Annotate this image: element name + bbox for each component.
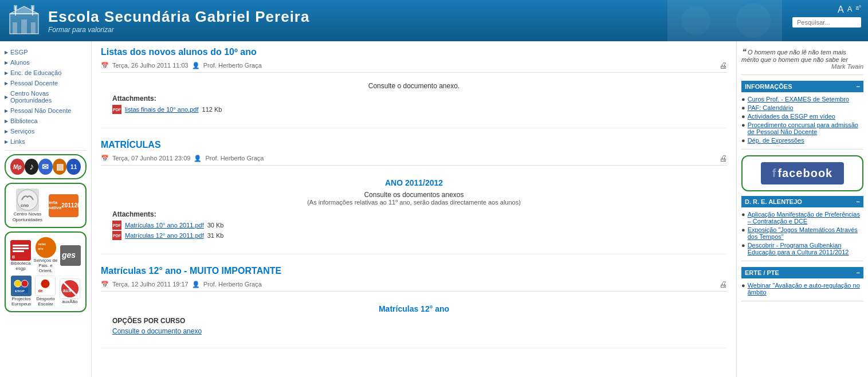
article-2-body-note: (As informações relativas ao 11º ano, se… (112, 199, 716, 206)
pdf-icon-1: PDF (112, 105, 121, 114)
sidebar-item-enc-educacao[interactable]: Enc. de Educação (5, 68, 87, 78)
info-link-5[interactable]: Dép. de Expressões (748, 137, 804, 144)
dre-link-2[interactable]: Exposição "Jogos Matemáticos Através dos… (748, 226, 863, 240)
font-small-btn[interactable]: a° (855, 5, 861, 15)
article-3-title[interactable]: Matrículas 12° ano - MUITO IMPORTANTE (101, 266, 727, 276)
logo-biblioteca[interactable]: B Bibliotecaesgp (10, 240, 31, 271)
sidebar-item-alunos[interactable]: Alunos (5, 57, 87, 68)
article-1-date: Terça, 26 Julho 2011 11:03 (112, 62, 188, 69)
attachment-1-name[interactable]: listas finais de 10° ano.pdf (125, 106, 199, 113)
icon-mp[interactable]: Mp (10, 159, 25, 175)
logos-row-1: cno Centro NovasOportunidades ofertaform… (10, 188, 81, 222)
sidebar-item-links[interactable]: Links (5, 136, 87, 147)
bullet-4: ● (741, 121, 745, 128)
erte-link-1[interactable]: Webinar "Avaliação e auto-regulação no â… (748, 282, 863, 296)
article-2-attachment-2[interactable]: PDF Matrículas 12° ano 2011.pdf 31 Kb (112, 231, 716, 240)
school-name: Escola Secundária Gabriel Pereira (48, 8, 309, 26)
article-1-title[interactable]: Listas dos novos alunos do 10º ano (101, 47, 727, 57)
dre-bullet-2: ● (741, 226, 745, 233)
header-right: A A a° (792, 5, 861, 28)
article-2-title[interactable]: MATRÍCULAS (101, 140, 727, 150)
article-1-attachment-1[interactable]: PDF listas finais de 10° ano.pdf 112 Kb (112, 105, 716, 114)
user-icon-1: 👤 (192, 62, 200, 69)
logos-row-3: ESGP ProjectosEuropeus de DesportoEscola… (10, 276, 81, 307)
search-input[interactable] (792, 17, 861, 28)
logo-cno[interactable]: cno Centro NovasOportunidades (13, 188, 42, 222)
section-erte-collapse[interactable]: − (857, 269, 860, 276)
info-link-3[interactable]: Actividades da ESGP em vídeo (748, 113, 835, 120)
article-2-body-text: Consulte os documentos anexos (112, 191, 716, 199)
sidebar-item-pessoal-docente[interactable]: Pessoal Docente (5, 78, 87, 88)
info-link-1[interactable]: Curos Prof. - EXAMES de Setembro (748, 96, 849, 103)
quote-author: Mark Twain (741, 63, 863, 70)
svg-text:de: de (38, 289, 43, 293)
logo-ges[interactable]: ges (60, 245, 81, 266)
icon-music[interactable]: ♪ (25, 159, 39, 175)
logo-desporto[interactable]: de DesportoEscolar (35, 276, 56, 307)
sidebar-item-centro-novas[interactable]: Centro Novas Oportunidades (5, 88, 87, 105)
print-icon-2[interactable]: 🖨 (719, 154, 727, 163)
section-dre-collapse[interactable]: − (857, 198, 860, 205)
quote-icon: ❝ (741, 47, 746, 56)
attachment-3-name[interactable]: Matrículas 12° ano 2011.pdf (125, 232, 204, 239)
bullet-1: ● (741, 96, 745, 103)
article-3-subtitle: Matrículas 12° ano (112, 304, 716, 313)
article-1-author: Prof. Herberto Graça (203, 62, 262, 69)
svg-text:B: B (12, 255, 15, 259)
logo-projectos[interactable]: ESGP ProjectosEuropeus (11, 276, 32, 307)
attachment-2-size: 30 Kb (207, 222, 224, 229)
facebook-button[interactable]: ffacebook (761, 162, 844, 184)
attachment-2-name[interactable]: Matrículas 10° ano 2011.pdf (125, 222, 204, 229)
logos-row-2: B Bibliotecaesgp relat orio Serviços deP… (10, 237, 81, 273)
sidebar-item-esgp[interactable]: ESGP (5, 47, 87, 57)
sidebar-item-servicos[interactable]: Serviços (5, 126, 87, 136)
school-motto: Formar para valorizar (48, 26, 309, 34)
article-3-body: Matrículas 12° ano OPÇÕES POR CURSO Cons… (101, 296, 727, 340)
icon-grid[interactable]: ▤ (53, 159, 67, 175)
article-3-subtitle2: OPÇÕES POR CURSO (112, 317, 716, 325)
svg-point-11 (736, 3, 771, 38)
print-icon-3[interactable]: 🖨 (719, 280, 727, 289)
svg-text:cno: cno (21, 203, 29, 208)
sidebar-item-pessoal-nao-docente[interactable]: Pessoal Não Docente (5, 105, 87, 116)
user-icon-3: 👤 (192, 281, 200, 288)
sidebar-item-biblioteca[interactable]: Biblioteca (5, 116, 87, 126)
article-2-subtitle: ANO 2011/2012 (112, 178, 716, 187)
pdf-icon-2: PDF (112, 221, 121, 230)
logo-oferta-formativa[interactable]: ofertaformativa20112012 (49, 194, 78, 217)
article-2-author: Prof. Herberto Graça (205, 155, 264, 162)
logos-bottom-section: B Bibliotecaesgp relat orio Serviços deP… (5, 231, 87, 312)
attachment-3-size: 31 Kb (207, 232, 224, 239)
erte-item-1: ● Webinar "Avaliação e auto-regulação no… (741, 282, 863, 296)
info-link-2[interactable]: PAF: Calendário (748, 104, 794, 111)
article-1-body-text: Consulte o documento anexo. (112, 82, 716, 90)
logo-servicos[interactable]: relat orio Serviços dePais. e Orient. (33, 237, 58, 273)
logo-auxao[interactable]: aux auxÃão (60, 278, 80, 304)
svg-rect-2 (21, 19, 27, 34)
print-icon-1[interactable]: 🖨 (719, 61, 727, 70)
article-1-body: Consulte o documento anexo. Attachments:… (101, 77, 727, 120)
article-2-date: Terça, 07 Junho 2011 23:09 (112, 155, 190, 162)
dre-link-1[interactable]: Aplicação Manifestação de Preferências –… (748, 211, 863, 225)
info-item-2: ● PAF: Calendário (741, 104, 863, 111)
erte-bullet-1: ● (741, 282, 745, 289)
svg-marker-8 (31, 5, 34, 11)
section-erte-header: ERTE / PTE − (741, 267, 863, 278)
article-2-meta: 📅 Terça, 07 Junho 2011 23:09 👤 Prof. Her… (101, 154, 727, 166)
dre-item-1: ● Aplicação Manifestação de Preferências… (741, 211, 863, 225)
section-dre-header: D. R. E. ALENTEJO − (741, 196, 863, 207)
icon-mail[interactable]: ✉ (38, 159, 53, 175)
icon-eleven[interactable]: 11 (66, 159, 81, 175)
svg-text:ESGP: ESGP (15, 289, 25, 293)
font-medium-btn[interactable]: A (847, 5, 853, 15)
svg-text:ges: ges (61, 250, 76, 260)
font-large-btn[interactable]: A (838, 5, 844, 15)
dre-link-3[interactable]: Descobrir - Programa Gulbenkian Educação… (748, 242, 863, 256)
info-link-4[interactable]: Procedimento concursal para admissão de … (748, 121, 863, 135)
svg-rect-16 (13, 245, 29, 246)
article-2: MATRÍCULAS 📅 Terça, 07 Junho 2011 23:09 … (101, 140, 727, 254)
section-informacoes-collapse[interactable]: − (857, 83, 860, 90)
user-icon-2: 👤 (194, 155, 202, 162)
info-item-1: ● Curos Prof. - EXAMES de Setembro (741, 96, 863, 103)
article-2-attachment-1[interactable]: PDF Matrículas 10° ano 2011.pdf 30 Kb (112, 221, 716, 230)
